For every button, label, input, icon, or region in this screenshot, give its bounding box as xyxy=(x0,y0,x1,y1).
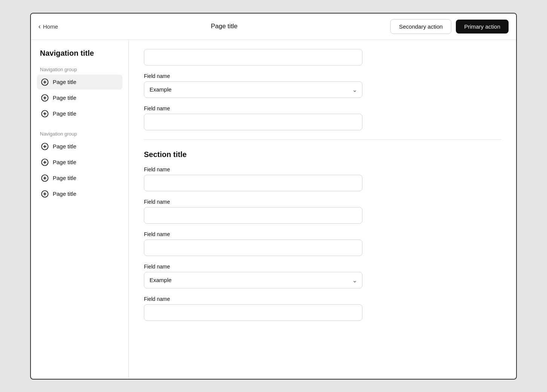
nav-group-spacer xyxy=(37,122,122,128)
field-group-1: Field name Example Option 1 Option 2 ⌄ xyxy=(144,73,362,98)
content-area: Field name Example Option 1 Option 2 ⌄ F… xyxy=(129,40,516,379)
field-input-2[interactable] xyxy=(144,114,362,130)
form-section-2: Section title Field name Field name Fiel… xyxy=(144,150,362,321)
plus-circle-icon xyxy=(41,94,49,102)
field-label-1: Field name xyxy=(144,73,362,79)
field-label-5: Field name xyxy=(144,231,362,237)
nav-item-1-2[interactable]: Page title xyxy=(37,106,122,121)
field-input-7[interactable] xyxy=(144,304,362,321)
field-group-0 xyxy=(144,49,362,66)
plus-circle-icon xyxy=(41,78,49,86)
sidebar: Navigation title Navigation group Page t… xyxy=(31,40,129,379)
nav-item-1-0[interactable]: Page title xyxy=(37,75,122,90)
field-select-1[interactable]: Example Option 1 Option 2 xyxy=(144,81,362,98)
secondary-action-button[interactable]: Secondary action xyxy=(390,19,451,34)
field-label-7: Field name xyxy=(144,296,362,302)
field-group-3: Field name xyxy=(144,166,362,191)
plus-circle-icon xyxy=(41,110,49,118)
back-label: Home xyxy=(43,23,58,30)
nav-item-label-1-0: Page title xyxy=(53,79,76,85)
nav-item-label-2-0: Page title xyxy=(53,143,76,149)
back-button[interactable]: ‹ Home xyxy=(38,23,58,31)
topbar: ‹ Home Page title Secondary action Prima… xyxy=(31,14,516,40)
topbar-actions: Secondary action Primary action xyxy=(390,19,509,34)
field-group-4: Field name xyxy=(144,199,362,224)
field-input-0[interactable] xyxy=(144,49,362,66)
nav-item-label-2-1: Page title xyxy=(53,159,76,165)
nav-item-label-2-3: Page title xyxy=(53,191,76,197)
back-arrow-icon: ‹ xyxy=(38,23,41,31)
nav-item-2-1[interactable]: Page title xyxy=(37,155,122,170)
nav-item-label-1-1: Page title xyxy=(53,95,76,101)
app-window: ‹ Home Page title Secondary action Prima… xyxy=(30,13,517,380)
field-group-6: Field name Example Option 1 Option 2 ⌄ xyxy=(144,264,362,288)
section-divider xyxy=(144,139,501,140)
sidebar-title: Navigation title xyxy=(37,49,122,58)
select-wrapper-1: Example Option 1 Option 2 ⌄ xyxy=(144,81,362,98)
field-group-2: Field name xyxy=(144,105,362,130)
plus-circle-icon xyxy=(41,142,49,151)
nav-item-label-1-2: Page title xyxy=(53,110,76,117)
plus-circle-icon xyxy=(41,174,49,182)
nav-item-2-3[interactable]: Page title xyxy=(37,186,122,201)
field-label-2: Field name xyxy=(144,105,362,111)
nav-item-2-0[interactable]: Page title xyxy=(37,139,122,154)
field-label-3: Field name xyxy=(144,166,362,172)
field-group-5: Field name xyxy=(144,231,362,256)
plus-circle-icon xyxy=(41,158,49,166)
nav-group-label-1: Navigation group xyxy=(37,67,122,72)
nav-item-1-1[interactable]: Page title xyxy=(37,90,122,105)
nav-item-2-2[interactable]: Page title xyxy=(37,171,122,186)
section-title: Section title xyxy=(144,150,362,159)
form-section-1: Field name Example Option 1 Option 2 ⌄ F… xyxy=(144,49,362,130)
field-input-4[interactable] xyxy=(144,207,362,224)
field-select-2[interactable]: Example Option 1 Option 2 xyxy=(144,272,362,288)
select-wrapper-2: Example Option 1 Option 2 ⌄ xyxy=(144,272,362,288)
field-group-7: Field name xyxy=(144,296,362,321)
nav-item-label-2-2: Page title xyxy=(53,175,76,181)
nav-group-label-2: Navigation group xyxy=(37,131,122,137)
field-input-5[interactable] xyxy=(144,239,362,256)
field-label-4: Field name xyxy=(144,199,362,205)
field-input-3[interactable] xyxy=(144,175,362,191)
main-layout: Navigation title Navigation group Page t… xyxy=(31,40,516,379)
plus-circle-icon xyxy=(41,190,49,198)
primary-action-button[interactable]: Primary action xyxy=(456,20,509,34)
page-title: Page title xyxy=(211,23,238,30)
field-label-6: Field name xyxy=(144,264,362,270)
